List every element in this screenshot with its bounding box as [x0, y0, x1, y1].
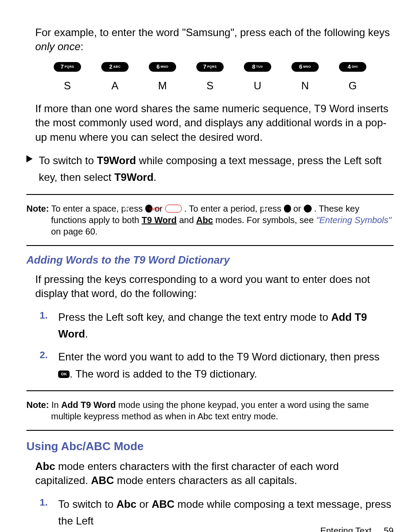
key-big: 7 — [203, 63, 206, 70]
key-small: TUV — [256, 65, 263, 68]
key-big: 8 — [252, 63, 255, 70]
triangle-icon — [26, 155, 33, 162]
s2-a: Enter the word you want to add to the T9… — [58, 351, 379, 363]
bullet-text: To switch to T9Word while composing a te… — [39, 152, 394, 186]
key-col-1: 2ABC A — [101, 62, 129, 92]
note1-and: and — [177, 215, 196, 225]
note1-mode1: T9 Word — [142, 215, 177, 225]
step-text: Enter the word you want to add to the T9… — [58, 349, 394, 382]
heading-abc-mode: Using Abc/ABC Mode — [26, 440, 394, 453]
key-col-3: 7PQRS S — [196, 62, 224, 92]
key-big: 7 — [60, 63, 63, 70]
key-pill-6mno: 6MNO — [291, 62, 319, 72]
key-small: PQRS — [207, 65, 217, 68]
footer-section: Entering Text — [320, 526, 371, 532]
key-big: 4 — [347, 63, 350, 70]
step-num: 1. — [40, 497, 48, 508]
key-pill-7pqrs: 7PQRS — [196, 62, 224, 72]
bullet-e: . — [154, 171, 157, 183]
key-small: PQRS — [65, 65, 74, 68]
key-letter: U — [254, 80, 261, 92]
abc-s1-a: To switch to — [58, 498, 116, 510]
t9-explain-paragraph: If more than one word shares the same nu… — [26, 102, 394, 144]
step-2: 2. Enter the word you want to add to the… — [26, 349, 394, 382]
heading-add-t9: Adding Words to the T9 Word Dictionary — [26, 254, 394, 266]
note2-b: Add T9 Word — [61, 400, 116, 410]
key-big: 6 — [156, 63, 159, 70]
key-pill-2abc: 2ABC — [101, 62, 129, 72]
key-letter: S — [206, 80, 214, 92]
key-small: ABC — [113, 65, 121, 68]
note-label: Note: — [26, 400, 49, 410]
step-num: 1. — [40, 310, 48, 321]
key-pill-7pqrs: 7PQRS — [54, 62, 81, 72]
key-letter: N — [301, 80, 309, 92]
key-small: MNO — [161, 65, 169, 68]
key-col-2: 6MNO M — [149, 62, 176, 92]
s2-b: . The word is added to the T9 dictionary… — [70, 368, 257, 380]
footer-page-number: 59 — [384, 526, 394, 532]
bullet-b: T9Word — [97, 154, 136, 166]
key-pill-4ghi: 4GHI — [339, 62, 366, 72]
divider — [26, 430, 394, 431]
key-small: GHI — [352, 65, 358, 68]
bullet-d: T9Word — [114, 171, 154, 183]
key-letter: M — [158, 80, 167, 92]
note1-a: To enter a space, press — [49, 204, 145, 213]
add-t9-intro: If pressing the keys corresponding to a … — [26, 272, 394, 301]
step-text: To switch to Abc or ABC mode while compo… — [58, 496, 394, 530]
key-pill-6mno: 6MNO — [149, 62, 176, 72]
key-col-6: 4GHI G — [339, 62, 366, 92]
divider — [26, 245, 394, 246]
switch-t9word-bullet: To switch to T9Word while composing a te… — [26, 152, 394, 186]
key-col-0: 7PQRS S — [54, 62, 81, 92]
note1-mode2: Abc — [196, 215, 213, 225]
step-num: 2. — [40, 349, 48, 361]
note2-a: In — [49, 400, 61, 410]
key-letter: G — [349, 80, 357, 92]
step-text: Press the Left soft key, and change the … — [58, 309, 394, 343]
key-big: 6 — [299, 63, 302, 70]
entering-symbols-link[interactable]: "Entering Symbols" — [316, 215, 391, 225]
p4-d: mode enters characters as all capitals. — [114, 474, 297, 486]
page: For example, to enter the word "Samsung"… — [0, 0, 420, 532]
p4-a: Abc — [35, 460, 55, 472]
dot-key-icon: . — [304, 205, 312, 213]
intro-pre: For example, to enter the word "Samsung"… — [35, 26, 390, 38]
page-footer: Entering Text59 — [320, 526, 394, 532]
note1-b: . To enter a period, press — [184, 204, 284, 213]
key-small: MNO — [303, 65, 311, 68]
note-space-period: Note: To enter a space, press # ✉ or spa… — [26, 203, 394, 237]
key-big: 2 — [109, 63, 112, 70]
abc-step-1: 1. To switch to Abc or ABC mode while co… — [26, 496, 394, 530]
intro-post: : — [81, 40, 84, 52]
note1-e: on page 60. — [51, 227, 98, 236]
abc-s1-d: ABC — [151, 498, 174, 510]
key-letter: S — [64, 80, 71, 92]
key-col-5: 6MNO N — [291, 62, 319, 92]
key-pill-8tuv: 8TUV — [244, 62, 271, 72]
one-key-icon: 1 ∞ — [284, 205, 291, 213]
bullet-a: To switch to — [39, 154, 97, 166]
note1-d: modes. For symbols, see — [213, 215, 317, 225]
s1-c: . — [85, 328, 88, 340]
note-add-t9word: Note: In Add T9 Word mode using the phon… — [26, 399, 394, 422]
abc-intro: Abc mode enters characters with the firs… — [26, 459, 394, 488]
note-label: Note: — [26, 204, 49, 213]
key-letter: A — [111, 80, 118, 92]
abc-s1-c: or — [136, 498, 152, 510]
intro-paragraph: For example, to enter the word "Samsung"… — [26, 26, 394, 54]
note1-or2: or — [293, 204, 303, 213]
intro-emph: only once — [35, 40, 81, 52]
space-key-icon: space — [165, 205, 182, 213]
p4-c: ABC — [91, 474, 114, 486]
divider — [26, 390, 394, 391]
abc-s1-b: Abc — [116, 498, 136, 510]
key-col-4: 8TUV U — [244, 62, 271, 92]
divider — [26, 194, 394, 195]
s1-a: Press the Left soft key, and change the … — [58, 311, 331, 323]
ok-key-icon: OK — [58, 371, 70, 378]
step-1: 1. Press the Left soft key, and change t… — [26, 309, 394, 343]
samsung-keys-row: 7PQRS S 2ABC A 6MNO M 7PQRS S 8TUV U 6MN… — [26, 62, 394, 92]
